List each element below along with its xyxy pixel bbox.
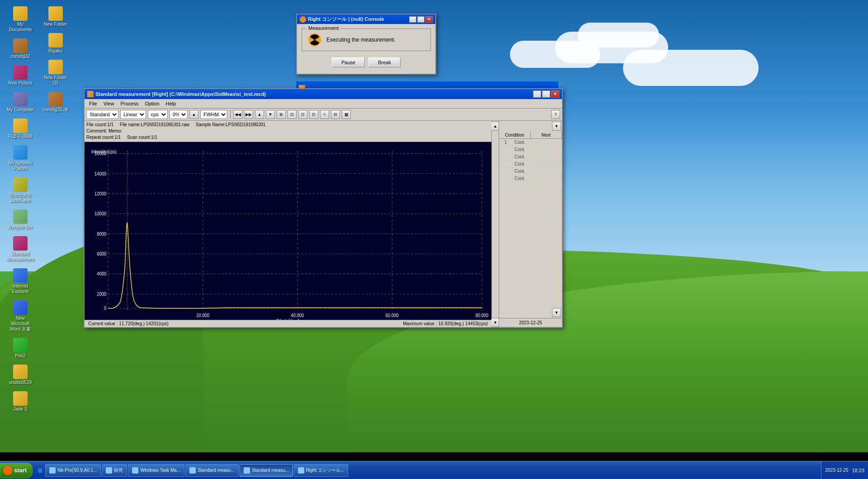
nav-up[interactable]: ▲	[255, 110, 264, 119]
panel-date: 2023-12-25	[499, 318, 562, 327]
window-titlebar[interactable]: Standard measurement [Right] (C:\Windmax…	[85, 89, 562, 99]
taskbar-label: Windows Task Ma...	[140, 468, 180, 473]
row-num-2	[499, 146, 513, 153]
group-label: Measurement	[307, 25, 340, 31]
minimize-button[interactable]: _	[533, 90, 541, 98]
chart-canvas[interactable]: Intensity(cps)	[85, 142, 491, 320]
folder-icon	[13, 6, 28, 21]
panel-down-btn[interactable]: ▼	[552, 122, 561, 131]
row-num-5	[499, 168, 513, 175]
row-num-6	[499, 175, 513, 182]
nav-down[interactable]: ▼	[266, 110, 275, 119]
cloud	[510, 41, 600, 68]
maximum-value: Maximum value : 10.920(deg.) 14453(cps)	[403, 321, 488, 326]
percent-select[interactable]: 0%	[170, 110, 188, 119]
svg-text:2theta(deg.): 2theta(deg.)	[277, 318, 300, 320]
mode-select[interactable]: Standard	[86, 110, 118, 119]
ie-icon	[13, 268, 28, 283]
svg-text:8000: 8000	[97, 231, 106, 237]
icon-pdx2[interactable]: Pdx2	[5, 336, 36, 360]
icon-label: My Documents	[6, 22, 34, 33]
next-header: Next	[531, 132, 562, 138]
taskbar-nb-pro[interactable]: Nb-Pro(S0.9,A0.1...	[45, 464, 101, 477]
panel-down-btn2[interactable]: ▼	[552, 308, 561, 317]
icon-word[interactable]: New Microsoft Word 文書	[5, 299, 36, 334]
measurement-message: Executing the measurement.	[326, 37, 396, 43]
dialog-maximize-btn[interactable]: □	[417, 16, 425, 23]
icon-label: comdig32.dll	[42, 107, 68, 113]
unit-select[interactable]: cps	[148, 110, 168, 119]
icon-recycle[interactable]: Recycle Bin	[5, 208, 36, 232]
menu-view[interactable]: View	[101, 100, 117, 107]
taskbar-label: Standard measu...	[252, 468, 289, 473]
taskbar-right-console[interactable]: Right コンソール...	[294, 464, 348, 477]
svg-text:2000: 2000	[97, 291, 106, 297]
row-num-4	[499, 161, 513, 167]
panel-row-6: Cont.	[499, 175, 562, 182]
icon-network[interactable]: My Network Places	[5, 143, 36, 173]
icon-my-computer[interactable]: My Computer	[5, 90, 36, 114]
svg-text:40.000: 40.000	[291, 313, 304, 318]
menu-process[interactable]: Process	[118, 100, 141, 107]
icon-standard-measurement[interactable]: Standard Measurement	[5, 234, 36, 264]
taskbar-kenkyuu[interactable]: 研究	[102, 464, 127, 477]
menu-option[interactable]: Option	[142, 100, 162, 107]
icon-new-folder[interactable]: New Folder	[40, 5, 71, 29]
icon-label: Pdx2	[15, 353, 26, 359]
menu-help[interactable]: Help	[163, 100, 179, 107]
icon-label: Rigaku	[48, 48, 62, 54]
expand-btn[interactable]: ▲	[189, 110, 198, 119]
help-btn[interactable]: ?	[551, 110, 560, 119]
icon-undbb[interactable]: undbb0529	[5, 363, 36, 387]
condition-header: Condition	[499, 132, 531, 138]
view-grid[interactable]: ▦	[342, 110, 351, 119]
panel-row-5: Cont.	[499, 168, 562, 175]
icon-new-picture[interactable]: New Picture	[5, 63, 36, 88]
start-button[interactable]: start	[0, 463, 33, 478]
icon-label: New Folder	[44, 22, 67, 27]
view-btn1[interactable]: ⊞	[277, 110, 286, 119]
icon-jade-shortcut[interactable]: Shortcut to Jade5.exe	[5, 175, 36, 205]
icon-rigaku[interactable]: Rigaku	[40, 31, 71, 56]
file-count: File count:1/1	[86, 122, 113, 127]
menu-file[interactable]: File	[86, 100, 100, 107]
icon-my-documents[interactable]: My Documents	[5, 5, 36, 34]
icon-label: undbb0529	[9, 380, 32, 385]
dialog-close-btn[interactable]: ✕	[425, 16, 433, 23]
svg-text:12000: 12000	[94, 191, 106, 196]
nav-first[interactable]: ◀◀	[233, 110, 242, 119]
nav-last[interactable]: ▶▶	[244, 110, 253, 119]
view-btn5[interactable]: +	[320, 110, 329, 119]
fwhm-select[interactable]: FWHM	[200, 110, 227, 119]
taskbar-icon	[189, 467, 196, 474]
dialog-titlebar[interactable]: Right コンソール | (null) Console _ □ ✕	[297, 14, 435, 24]
network-icon	[13, 145, 28, 160]
taskbar-std-meas1[interactable]: Standard measu...	[185, 464, 239, 477]
chart-scrollbar[interactable]: ▲ ▼	[491, 121, 499, 327]
taskbar-icon	[49, 467, 56, 474]
scale-select[interactable]: Linear	[120, 110, 146, 119]
taskbar-label: Standard measu...	[198, 468, 235, 473]
maximize-button[interactable]: □	[542, 90, 550, 98]
view-btn4[interactable]: ⊡	[309, 110, 318, 119]
taskbar-std-meas2[interactable]: Standard measu...	[240, 464, 293, 477]
view-btn6[interactable]: ⊟	[331, 110, 340, 119]
icon-comdig32[interactable]: comdig32	[5, 37, 36, 61]
view-btn3[interactable]: ⊡	[298, 110, 307, 119]
icon-ie[interactable]: Internet Explorer	[5, 266, 36, 296]
close-button[interactable]: ✕	[551, 90, 559, 98]
toolbar-sep1	[230, 110, 231, 119]
icon-comdig32-dll[interactable]: comdig32.dll	[40, 90, 71, 114]
dialog-title-left: Right コンソール | (null) Console	[300, 16, 384, 23]
taskbar-task-mgr[interactable]: Windows Task Ma...	[128, 464, 184, 477]
desktop-icons: My Documents comdig32 New Picture My Com…	[5, 5, 72, 430]
dialog-minimize-btn[interactable]: _	[409, 16, 416, 23]
break-button[interactable]: Break	[368, 57, 401, 67]
view-btn2[interactable]: ⊡	[288, 110, 297, 119]
icon-new-folder-3[interactable]: New Folder (3)	[40, 58, 71, 88]
quicklaunch-ie[interactable]: 🌐	[35, 466, 44, 475]
icon-flb[interactable]: FLB-2-0008	[5, 117, 36, 141]
icon-jades[interactable]: Jade S	[5, 389, 36, 414]
row-cond-4: Cont.	[513, 161, 562, 167]
pause-button[interactable]: Pause	[332, 57, 365, 67]
